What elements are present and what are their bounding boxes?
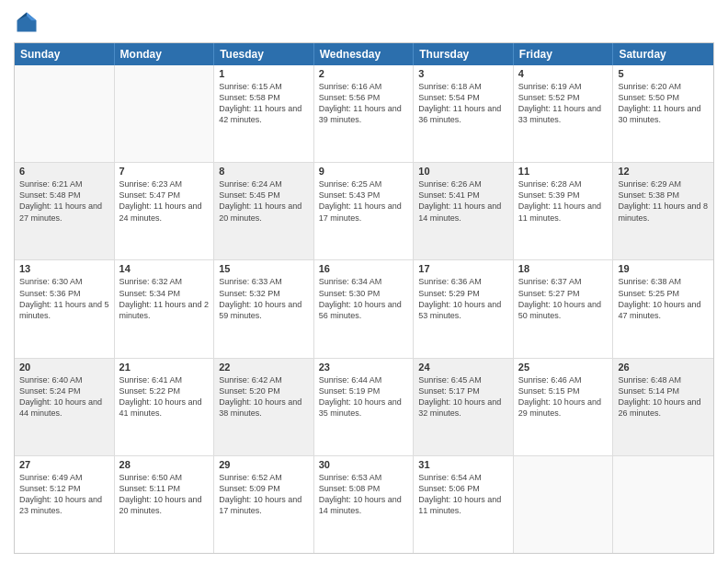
day-number: 14 [119,263,210,274]
cell-info: Sunrise: 6:19 AM Sunset: 5:52 PM Dayligh… [518,81,609,126]
day-number: 11 [518,166,609,177]
calendar-cell: 2Sunrise: 6:16 AM Sunset: 5:56 PM Daylig… [314,65,415,162]
header [14,9,714,35]
cell-info: Sunrise: 6:23 AM Sunset: 5:47 PM Dayligh… [119,178,210,224]
calendar-cell: 21Sunrise: 6:41 AM Sunset: 5:22 PM Dayli… [115,359,215,455]
day-number: 15 [219,263,309,274]
day-number: 26 [618,362,709,373]
day-number: 7 [119,166,210,177]
day-number: 30 [319,459,409,470]
day-number: 21 [119,362,210,373]
calendar-cell: 12Sunrise: 6:29 AM Sunset: 5:38 PM Dayli… [613,163,713,259]
calendar-cell: 23Sunrise: 6:44 AM Sunset: 5:19 PM Dayli… [314,359,415,455]
cell-info: Sunrise: 6:26 AM Sunset: 5:41 PM Dayligh… [418,178,508,224]
day-number: 13 [19,263,109,274]
header-day-monday: Monday [115,43,215,65]
calendar-row-1: 6Sunrise: 6:21 AM Sunset: 5:48 PM Daylig… [15,163,713,260]
cell-info: Sunrise: 6:29 AM Sunset: 5:38 PM Dayligh… [618,178,709,224]
cell-info: Sunrise: 6:41 AM Sunset: 5:22 PM Dayligh… [119,374,210,419]
calendar-cell [115,65,215,162]
cell-info: Sunrise: 6:15 AM Sunset: 5:58 PM Dayligh… [219,81,309,126]
calendar-cell [15,65,115,162]
day-number: 22 [219,362,309,373]
cell-info: Sunrise: 6:37 AM Sunset: 5:27 PM Dayligh… [518,276,609,321]
calendar-cell: 27Sunrise: 6:49 AM Sunset: 5:12 PM Dayli… [15,456,115,553]
header-day-tuesday: Tuesday [214,43,314,65]
day-number: 20 [19,362,109,373]
calendar-cell: 1Sunrise: 6:15 AM Sunset: 5:58 PM Daylig… [214,65,314,162]
logo [14,9,43,35]
day-number: 24 [418,362,508,373]
cell-info: Sunrise: 6:21 AM Sunset: 5:48 PM Dayligh… [19,178,109,224]
cell-info: Sunrise: 6:50 AM Sunset: 5:11 PM Dayligh… [119,472,210,517]
cell-info: Sunrise: 6:54 AM Sunset: 5:06 PM Dayligh… [418,472,508,517]
calendar-cell: 24Sunrise: 6:45 AM Sunset: 5:17 PM Dayli… [414,359,514,455]
calendar-row-4: 27Sunrise: 6:49 AM Sunset: 5:12 PM Dayli… [15,456,713,553]
day-number: 8 [219,166,309,177]
day-number: 12 [618,166,709,177]
calendar-cell: 14Sunrise: 6:32 AM Sunset: 5:34 PM Dayli… [115,260,215,357]
calendar-cell: 3Sunrise: 6:18 AM Sunset: 5:54 PM Daylig… [414,65,514,162]
cell-info: Sunrise: 6:33 AM Sunset: 5:32 PM Dayligh… [219,276,309,321]
day-number: 28 [119,459,210,470]
cell-info: Sunrise: 6:34 AM Sunset: 5:30 PM Dayligh… [319,276,409,321]
day-number: 1 [219,68,309,79]
calendar-cell: 9Sunrise: 6:25 AM Sunset: 5:43 PM Daylig… [314,163,415,259]
day-number: 16 [319,263,409,274]
cell-info: Sunrise: 6:18 AM Sunset: 5:54 PM Dayligh… [418,81,508,126]
calendar-cell: 7Sunrise: 6:23 AM Sunset: 5:47 PM Daylig… [115,163,215,259]
cell-info: Sunrise: 6:30 AM Sunset: 5:36 PM Dayligh… [19,276,109,321]
cell-info: Sunrise: 6:25 AM Sunset: 5:43 PM Dayligh… [319,178,409,224]
cell-info: Sunrise: 6:44 AM Sunset: 5:19 PM Dayligh… [319,374,409,419]
day-number: 23 [319,362,409,373]
day-number: 29 [219,459,309,470]
cell-info: Sunrise: 6:32 AM Sunset: 5:34 PM Dayligh… [119,276,210,321]
day-number: 2 [319,68,409,79]
day-number: 18 [518,263,609,274]
cell-info: Sunrise: 6:38 AM Sunset: 5:25 PM Dayligh… [618,276,709,321]
calendar-cell: 8Sunrise: 6:24 AM Sunset: 5:45 PM Daylig… [214,163,314,259]
header-day-thursday: Thursday [414,43,514,65]
calendar-cell: 28Sunrise: 6:50 AM Sunset: 5:11 PM Dayli… [115,456,215,553]
calendar-cell: 5Sunrise: 6:20 AM Sunset: 5:50 PM Daylig… [613,65,713,162]
calendar-cell: 18Sunrise: 6:37 AM Sunset: 5:27 PM Dayli… [514,260,614,357]
day-number: 3 [418,68,508,79]
header-day-wednesday: Wednesday [314,43,415,65]
calendar-cell: 26Sunrise: 6:48 AM Sunset: 5:14 PM Dayli… [613,359,713,455]
calendar-row-0: 1Sunrise: 6:15 AM Sunset: 5:58 PM Daylig… [15,65,713,163]
header-day-friday: Friday [514,43,614,65]
calendar-header-row: SundayMondayTuesdayWednesdayThursdayFrid… [15,43,713,65]
calendar-cell: 22Sunrise: 6:42 AM Sunset: 5:20 PM Dayli… [214,359,314,455]
cell-info: Sunrise: 6:36 AM Sunset: 5:29 PM Dayligh… [418,276,508,321]
calendar-cell: 16Sunrise: 6:34 AM Sunset: 5:30 PM Dayli… [314,260,415,357]
day-number: 4 [518,68,609,79]
calendar-cell: 13Sunrise: 6:30 AM Sunset: 5:36 PM Dayli… [15,260,115,357]
calendar-cell: 10Sunrise: 6:26 AM Sunset: 5:41 PM Dayli… [414,163,514,259]
day-number: 5 [618,68,709,79]
calendar-row-3: 20Sunrise: 6:40 AM Sunset: 5:24 PM Dayli… [15,359,713,456]
calendar-cell: 4Sunrise: 6:19 AM Sunset: 5:52 PM Daylig… [514,65,614,162]
header-day-saturday: Saturday [613,43,713,65]
day-number: 27 [19,459,109,470]
day-number: 9 [319,166,409,177]
calendar-row-2: 13Sunrise: 6:30 AM Sunset: 5:36 PM Dayli… [15,260,713,358]
calendar-body: 1Sunrise: 6:15 AM Sunset: 5:58 PM Daylig… [15,65,713,553]
page: SundayMondayTuesdayWednesdayThursdayFrid… [0,0,728,563]
day-number: 19 [618,263,709,274]
cell-info: Sunrise: 6:24 AM Sunset: 5:45 PM Dayligh… [219,178,309,224]
cell-info: Sunrise: 6:20 AM Sunset: 5:50 PM Dayligh… [618,81,709,126]
calendar-cell: 31Sunrise: 6:54 AM Sunset: 5:06 PM Dayli… [414,456,514,553]
calendar-cell: 25Sunrise: 6:46 AM Sunset: 5:15 PM Dayli… [514,359,614,455]
calendar-cell: 19Sunrise: 6:38 AM Sunset: 5:25 PM Dayli… [613,260,713,357]
header-day-sunday: Sunday [15,43,115,65]
day-number: 25 [518,362,609,373]
calendar-cell: 11Sunrise: 6:28 AM Sunset: 5:39 PM Dayli… [514,163,614,259]
cell-info: Sunrise: 6:42 AM Sunset: 5:20 PM Dayligh… [219,374,309,419]
cell-info: Sunrise: 6:49 AM Sunset: 5:12 PM Dayligh… [19,472,109,517]
calendar-cell: 29Sunrise: 6:52 AM Sunset: 5:09 PM Dayli… [214,456,314,553]
day-number: 31 [418,459,508,470]
calendar: SundayMondayTuesdayWednesdayThursdayFrid… [14,42,714,554]
calendar-cell: 17Sunrise: 6:36 AM Sunset: 5:29 PM Dayli… [414,260,514,357]
cell-info: Sunrise: 6:28 AM Sunset: 5:39 PM Dayligh… [518,178,609,224]
cell-info: Sunrise: 6:53 AM Sunset: 5:08 PM Dayligh… [319,472,409,517]
